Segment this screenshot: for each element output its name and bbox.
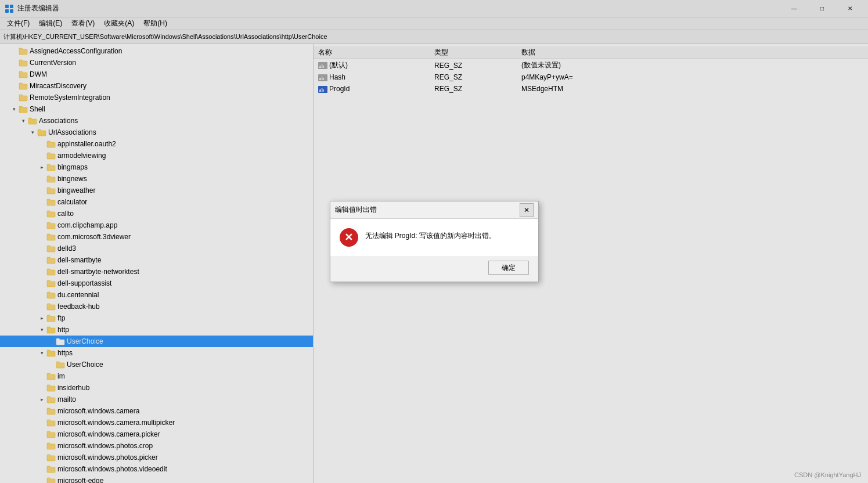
dialog-message: 无法编辑 ProgId: 写该值的新内容时出错。 xyxy=(365,230,496,241)
dialog-titlebar: 编辑值时出错 ✕ xyxy=(330,201,538,219)
dialog-ok-button[interactable]: 确定 xyxy=(488,261,529,275)
dialog-body: ✕ 无法编辑 ProgId: 写该值的新内容时出错。 xyxy=(330,219,538,256)
dialog-overlay: 编辑值时出错 ✕ ✕ 无法编辑 ProgId: 写该值的新内容时出错。 确定 xyxy=(0,0,868,483)
error-dialog: 编辑值时出错 ✕ ✕ 无法编辑 ProgId: 写该值的新内容时出错。 确定 xyxy=(330,201,539,282)
dialog-footer: 确定 xyxy=(330,256,538,282)
dialog-title: 编辑值时出错 xyxy=(335,205,520,215)
error-icon: ✕ xyxy=(340,228,358,247)
dialog-close-button[interactable]: ✕ xyxy=(520,203,534,217)
